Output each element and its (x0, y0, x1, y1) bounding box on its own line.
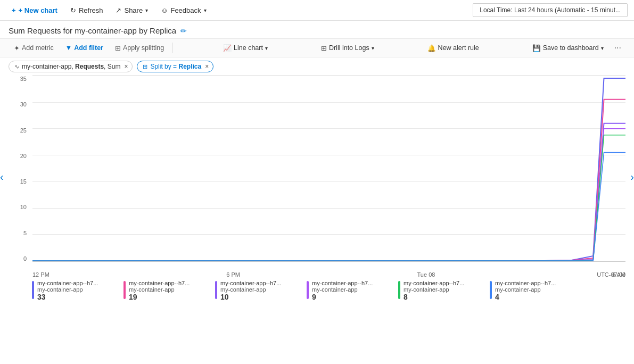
save-to-dashboard-label: Save to dashboard (543, 44, 599, 52)
feedback-button[interactable]: ☺ Feedback ▾ (155, 4, 211, 16)
chart-inner: 0 5 10 15 20 25 30 35 (9, 76, 625, 278)
legend-name-5: my-container-app--h7... (495, 280, 556, 286)
x-axis: 12 PM 6 PM Tue 08 6 AM UTC-07:00 (32, 263, 625, 278)
add-metric-icon: ✦ (14, 44, 20, 52)
time-range-label: Local Time: Last 24 hours (Automatic - 1… (480, 6, 621, 14)
split-tag-icon: ⊞ (143, 63, 147, 70)
metric-tag-close-button[interactable]: × (124, 63, 128, 70)
legend-item-5: my-container-app--h7... my-container-app… (490, 280, 575, 301)
filter-tags-area: ∿ my-container-app, Requests, Sum × ⊞ Sp… (0, 57, 634, 76)
line-chart-button[interactable]: 📈 Line chart ▾ (218, 42, 273, 54)
legend-name-3: my-container-app--h7... (312, 280, 373, 286)
legend-sub-2: my-container-app (220, 286, 281, 293)
legend-item-3: my-container-app--h7... my-container-app… (307, 280, 392, 301)
metric-tag-label: my-container-app, Requests, Sum (22, 63, 120, 70)
drill-icon: ⊞ (321, 44, 327, 52)
legend-value-5: 4 (495, 293, 556, 301)
legend-sub-4: my-container-app (404, 286, 464, 293)
edit-icon[interactable]: ✏ (180, 27, 187, 35)
line-chart-chevron-icon: ▾ (265, 45, 268, 51)
drill-into-logs-label: Drill into Logs (329, 44, 369, 52)
legend-text-4: my-container-app--h7... my-container-app… (404, 280, 464, 301)
legend-value-2: 10 (220, 293, 281, 301)
x-label-6pm: 6 PM (226, 271, 240, 278)
y-label-15: 15 (12, 178, 27, 185)
refresh-label: Refresh (79, 6, 103, 14)
drill-chevron-icon: ▾ (372, 45, 374, 51)
chart-nav-left-button[interactable]: ‹ (0, 167, 8, 187)
x-label-tue08: Tue 08 (417, 271, 435, 278)
legend-value-4: 8 (404, 293, 464, 301)
save-to-dashboard-button[interactable]: 💾 Save to dashboard ▾ (527, 42, 609, 54)
legend-text-5: my-container-app--h7... my-container-app… (495, 280, 556, 301)
y-label-30: 30 (12, 101, 27, 107)
time-range-button[interactable]: Local Time: Last 24 hours (Automatic - 1… (473, 3, 628, 17)
new-chart-button[interactable]: + + New chart (6, 4, 63, 16)
legend-item-1: my-container-app--h7... my-container-app… (123, 280, 209, 301)
legend-text-3: my-container-app--h7... my-container-app… (312, 280, 373, 301)
drill-into-logs-button[interactable]: ⊞ Drill into Logs ▾ (316, 42, 380, 54)
split-tag-close-button[interactable]: × (205, 63, 209, 70)
more-options-button[interactable]: ··· (610, 41, 625, 55)
legend-area: my-container-app--h7... my-container-app… (0, 278, 634, 303)
legend-sub-0: my-container-app (37, 286, 98, 293)
y-label-20: 20 (12, 153, 27, 159)
add-metric-button[interactable]: ✦ Add metric (9, 42, 59, 54)
feedback-icon: ☺ (161, 6, 168, 14)
chart-title: Sum Requests for my-container-app by Rep… (9, 26, 176, 35)
legend-color-1 (123, 281, 126, 299)
secondary-toolbar: ✦ Add metric ▼ Add filter ⊞ Apply splitt… (0, 38, 634, 57)
y-label-5: 5 (12, 230, 27, 236)
new-alert-rule-label: New alert rule (438, 44, 479, 52)
legend-text-2: my-container-app--h7... my-container-app… (220, 280, 281, 301)
y-label-25: 25 (12, 127, 27, 134)
apply-splitting-button[interactable]: ⊞ Apply splitting (110, 42, 169, 54)
legend-sub-3: my-container-app (312, 286, 373, 293)
share-button[interactable]: ↗ Share ▾ (110, 4, 153, 16)
legend-color-3 (307, 281, 309, 299)
chart-plot (32, 76, 625, 262)
legend-color-4 (398, 281, 400, 299)
new-chart-label: + New chart (19, 6, 57, 14)
line-chart-label: Line chart (234, 44, 263, 52)
metric-tag-icon: ∿ (14, 63, 19, 70)
legend-sub-1: my-container-app (129, 286, 190, 293)
split-icon: ⊞ (115, 44, 121, 52)
apply-splitting-label: Apply splitting (123, 44, 164, 52)
share-chevron-icon: ▾ (145, 7, 148, 13)
add-filter-button[interactable]: ▼ Add filter (60, 42, 109, 54)
top-toolbar: + + New chart ↻ Refresh ↗ Share ▾ ☺ Feed… (0, 0, 634, 21)
legend-text-0: my-container-app--h7... my-container-app… (37, 280, 98, 301)
alert-icon: 🔔 (427, 44, 436, 52)
chart-title-area: Sum Requests for my-container-app by Rep… (0, 21, 634, 38)
filter-icon: ▼ (65, 44, 72, 52)
y-label-10: 10 (12, 204, 27, 210)
legend-name-1: my-container-app--h7... (129, 280, 190, 286)
feedback-label: Feedback (170, 6, 201, 14)
new-alert-rule-button[interactable]: 🔔 New alert rule (422, 42, 484, 54)
y-axis: 0 5 10 15 20 25 30 35 (9, 76, 30, 262)
metric-filter-tag: ∿ my-container-app, Requests, Sum × (9, 61, 133, 72)
legend-item-2: my-container-app--h7... my-container-app… (215, 280, 300, 301)
legend-sub-5: my-container-app (495, 286, 556, 293)
utc-label: UTC-07:00 (597, 271, 625, 278)
legend-value-3: 9 (312, 293, 373, 301)
legend-color-2 (215, 281, 217, 299)
legend-item-4: my-container-app--h7... my-container-app… (398, 280, 483, 301)
add-filter-label: Add filter (74, 44, 103, 52)
split-tag-label: Split by = Replica (150, 63, 201, 70)
more-icon: ··· (614, 43, 621, 52)
x-label-12pm: 12 PM (32, 271, 50, 278)
legend-value-1: 19 (129, 293, 190, 301)
save-icon: 💾 (532, 44, 541, 52)
chart-nav-right-button[interactable]: › (626, 167, 634, 187)
toolbar-divider-1 (172, 43, 173, 53)
add-metric-label: Add metric (22, 44, 54, 52)
refresh-icon: ↻ (70, 6, 76, 14)
chart-svg (32, 76, 625, 261)
chart-container: ‹ 0 5 10 15 20 25 30 35 (0, 76, 634, 278)
refresh-button[interactable]: ↻ Refresh (65, 4, 109, 16)
legend-name-4: my-container-app--h7... (404, 280, 464, 286)
share-label: Share (124, 6, 143, 14)
line-chart-icon: 📈 (223, 44, 232, 52)
